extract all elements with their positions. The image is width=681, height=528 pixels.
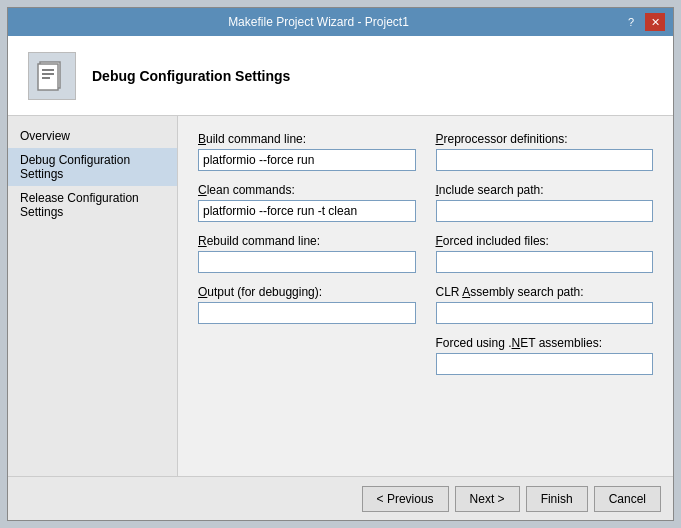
- header-title: Debug Configuration Settings: [92, 68, 290, 84]
- sidebar-item-debug[interactable]: Debug Configuration Settings: [8, 148, 177, 186]
- form-right-col: Preprocessor definitions: Include search…: [436, 132, 654, 387]
- build-command-group: Build command line:: [198, 132, 416, 171]
- content-area: Overview Debug Configuration Settings Re…: [8, 116, 673, 476]
- preprocessor-defs-input[interactable]: [436, 149, 654, 171]
- output-debugging-group: Output (for debugging):: [198, 285, 416, 324]
- form-columns: Build command line: Clean commands: Rebu…: [198, 132, 653, 387]
- title-bar-controls: ? ✕: [621, 13, 665, 31]
- build-command-input[interactable]: [198, 149, 416, 171]
- rebuild-command-group: Rebuild command line:: [198, 234, 416, 273]
- clr-assembly-label: CLR Assembly search path:: [436, 285, 654, 299]
- include-search-group: Include search path:: [436, 183, 654, 222]
- clean-commands-label: Clean commands:: [198, 183, 416, 197]
- main-content: Build command line: Clean commands: Rebu…: [178, 116, 673, 476]
- title-bar-title: Makefile Project Wizard - Project1: [16, 15, 621, 29]
- svg-rect-1: [38, 64, 58, 90]
- sidebar: Overview Debug Configuration Settings Re…: [8, 116, 178, 476]
- dialog: Makefile Project Wizard - Project1 ? ✕ D…: [7, 7, 674, 521]
- clr-assembly-input[interactable]: [436, 302, 654, 324]
- title-bar: Makefile Project Wizard - Project1 ? ✕: [8, 8, 673, 36]
- forced-net-label: Forced using .NET assemblies:: [436, 336, 654, 350]
- clean-commands-group: Clean commands:: [198, 183, 416, 222]
- build-command-label: Build command line:: [198, 132, 416, 146]
- output-debugging-label: Output (for debugging):: [198, 285, 416, 299]
- finish-button[interactable]: Finish: [526, 486, 588, 512]
- previous-button[interactable]: < Previous: [362, 486, 449, 512]
- clr-assembly-group: CLR Assembly search path:: [436, 285, 654, 324]
- forced-net-input[interactable]: [436, 353, 654, 375]
- wizard-icon: [28, 52, 76, 100]
- clean-commands-input[interactable]: [198, 200, 416, 222]
- preprocessor-defs-group: Preprocessor definitions:: [436, 132, 654, 171]
- header-section: Debug Configuration Settings: [8, 36, 673, 116]
- include-search-label: Include search path:: [436, 183, 654, 197]
- footer: < Previous Next > Finish Cancel: [8, 476, 673, 520]
- output-debugging-input[interactable]: [198, 302, 416, 324]
- forced-include-input[interactable]: [436, 251, 654, 273]
- forced-net-group: Forced using .NET assemblies:: [436, 336, 654, 375]
- include-search-input[interactable]: [436, 200, 654, 222]
- form-left-col: Build command line: Clean commands: Rebu…: [198, 132, 416, 387]
- forced-include-label: Forced included files:: [436, 234, 654, 248]
- help-button[interactable]: ?: [621, 13, 641, 31]
- rebuild-command-label: Rebuild command line:: [198, 234, 416, 248]
- rebuild-command-input[interactable]: [198, 251, 416, 273]
- cancel-button[interactable]: Cancel: [594, 486, 661, 512]
- sidebar-item-overview[interactable]: Overview: [8, 124, 177, 148]
- forced-include-group: Forced included files:: [436, 234, 654, 273]
- sidebar-item-release[interactable]: Release Configuration Settings: [8, 186, 177, 224]
- document-icon: [36, 60, 68, 92]
- next-button[interactable]: Next >: [455, 486, 520, 512]
- preprocessor-defs-label: Preprocessor definitions:: [436, 132, 654, 146]
- close-button[interactable]: ✕: [645, 13, 665, 31]
